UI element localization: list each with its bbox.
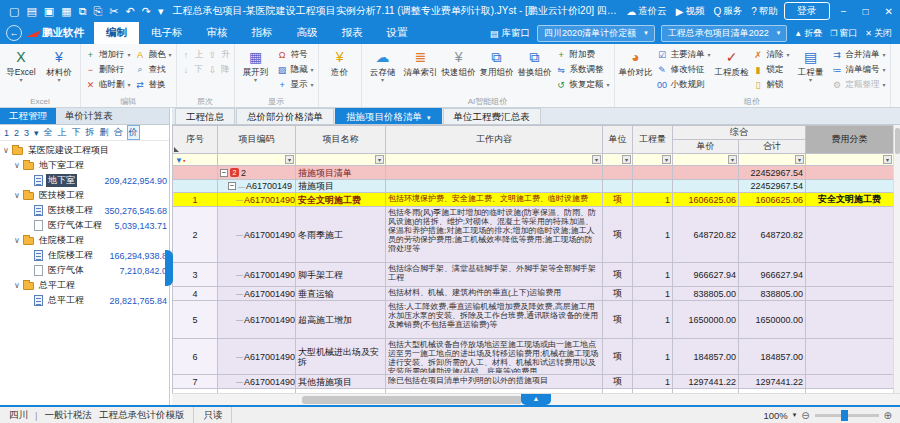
cell-work-content[interactable]: 包括综合脚手架、满堂基础脚手架、外脚手架等全部脚手架工程 [386, 263, 603, 287]
horizontal-scrollbar[interactable]: ▲ [172, 393, 900, 405]
cell-total[interactable]: 22452967.54 [739, 180, 806, 193]
tree-item[interactable]: ∨某医院建设工程项目 [0, 143, 169, 158]
ribbon-tab-报表[interactable]: 报表 [330, 22, 375, 44]
clear-button[interactable]: ✗清除▾ [753, 48, 790, 61]
column-header-content[interactable]: 工作内容 [386, 126, 603, 154]
cell-unit[interactable]: 项 [603, 193, 633, 207]
filter-cell-content[interactable]: ▾ [386, 154, 603, 166]
cell-unit-price[interactable]: 838805.00 [673, 287, 739, 301]
cell-total[interactable]: 184857.00 [739, 339, 806, 375]
ribbon-tab-指标[interactable]: 指标 [240, 22, 285, 44]
cell-name[interactable]: 冬雨季施工 [296, 207, 386, 263]
tree-item[interactable]: 总平工程28,821,765.84 [0, 293, 169, 308]
tree-item[interactable]: ∨地下室工程 [0, 158, 169, 173]
cell-fee-category[interactable] [806, 339, 894, 375]
filter-cell-name[interactable]: ▾ [296, 154, 386, 166]
chevron-down-icon[interactable]: ∨ [14, 161, 23, 170]
cell-quantity[interactable]: 1 [633, 375, 673, 389]
filter-cell-sn[interactable]: ▼▪ [173, 154, 218, 166]
zoom-level[interactable]: 100% [763, 410, 787, 421]
add-row-button[interactable]: +增加行▾ [85, 48, 131, 61]
cell-sn[interactable]: 7 [173, 375, 218, 389]
cell-quantity[interactable]: 1 [633, 207, 673, 263]
tree-tool-▾[interactable]: ▾ [33, 128, 40, 138]
cell-quantity[interactable] [633, 180, 673, 193]
find-button[interactable]: ⌕查找 [135, 63, 172, 76]
cell-fee-category[interactable] [806, 301, 894, 339]
move-up-button[interactable]: ↑上 [181, 48, 204, 61]
panel-tab-工程管理[interactable]: 工程管理 [0, 108, 56, 124]
sheet-tab-措施项目价格清单[interactable]: 措施项目价格清单▾ [335, 108, 442, 124]
cell-fee-category[interactable]: 安全文明施工费 [806, 193, 894, 207]
filter-cell-code[interactable]: ▾ [218, 154, 296, 166]
tree-item[interactable]: 住院楼工程166,294,938.8 [0, 248, 169, 263]
cell-quantity[interactable]: 1 [633, 287, 673, 301]
cell-code[interactable]: —A617001490401 [218, 287, 296, 301]
filter-dropdown-icon[interactable]: ▾ [883, 155, 892, 164]
column-header-qty[interactable]: 工程量 [633, 126, 673, 154]
filter-cell-unit[interactable]: ▾ [603, 154, 633, 166]
chevron-down-icon[interactable]: ∨ [14, 236, 23, 245]
color-button[interactable]: A颜色▾ [135, 48, 172, 61]
library-dropdown-2[interactable]: 工程总承包项目清单2022▾ [661, 25, 788, 42]
column-header-code[interactable]: 项目编码 [218, 126, 296, 154]
cell-unit[interactable] [603, 180, 633, 193]
ribbon-tab-设置[interactable]: 设置 [375, 22, 420, 44]
cell-work-content[interactable]: 包括:人工降效费,垂直运输机械增加费及降效费,高层施工用水加压水泵的安装、拆除及… [386, 301, 603, 339]
cell-quantity[interactable] [633, 166, 673, 180]
table-row[interactable]: 2—A617001490201冬雨季施工包括冬雨(风)季施工时增加的临时设施(防… [173, 207, 894, 263]
tree-item[interactable]: ∨总平工程 [0, 278, 169, 293]
library-window-button[interactable]: ▤ 库窗口 [490, 27, 530, 40]
cost-cloud-link[interactable]: ☁造价云 [626, 5, 667, 18]
cell-unit[interactable]: 项 [603, 263, 633, 287]
save-as-icon[interactable]: ▦ [61, 1, 71, 21]
ribbon-tab-电子标[interactable]: 电子标 [139, 22, 195, 44]
tree-tool-1[interactable]: 1 [3, 128, 10, 138]
cell-unit[interactable]: 项 [603, 339, 633, 375]
cell-unit[interactable]: 项 [603, 301, 633, 339]
cell-fee-category[interactable] [806, 166, 894, 180]
quota-organize-button[interactable]: ⚙定额整理▾ [832, 78, 886, 91]
cell-name[interactable]: 垂直运输 [296, 287, 386, 301]
cell-code[interactable]: −—A61700149 [218, 180, 296, 193]
cell-name[interactable]: 大型机械进出场及安拆 [296, 339, 386, 375]
tree-tool-价[interactable]: 价 [127, 125, 140, 140]
promote-button[interactable]: ⇧升 [207, 48, 230, 61]
lock-button[interactable]: ▮锁定 [753, 63, 790, 76]
filter-cell-price[interactable]: ▾ [673, 154, 739, 166]
cell-sn[interactable] [173, 180, 218, 193]
cell-total[interactable]: 1297441.22 [739, 375, 806, 389]
cut-icon[interactable]: ✂ [109, 1, 118, 21]
reuse-pricing-button[interactable]: ⧉复用组价 [478, 45, 516, 96]
vertical-scrollbar-thumb[interactable] [895, 128, 900, 154]
cell-code[interactable]: —A617001490301 [218, 263, 296, 287]
cell-unit[interactable]: 项 [603, 287, 633, 301]
cell-fee-category[interactable] [806, 263, 894, 287]
decimal-rule-button[interactable]: 00小数规则 [657, 78, 711, 91]
zoom-in-icon[interactable]: ⊕ [884, 410, 892, 421]
horizontal-scrollbar-thumb[interactable] [302, 396, 522, 404]
cell-fee-category[interactable] [806, 180, 894, 193]
vertical-scrollbar[interactable] [893, 125, 900, 393]
coefficient-adjust-button[interactable]: ⇋系数调整 [556, 63, 610, 76]
tree-tool-删[interactable]: 删 [99, 126, 110, 139]
quick-pricing-button[interactable]: ¥快速组价 [440, 45, 478, 96]
cell-total[interactable]: 838805.00 [739, 287, 806, 301]
cell-sn[interactable]: 5 [173, 301, 218, 339]
replace-pricing-button[interactable]: ⧉替换组价 [516, 45, 554, 96]
unit-price-compare-button[interactable]: ◕单价对比 [617, 45, 655, 96]
panel-splitter-handle[interactable] [165, 250, 173, 286]
cell-quantity[interactable]: 1 [633, 263, 673, 287]
app-brand[interactable]: 鹏业软件 [26, 22, 94, 44]
cell-unit[interactable]: 项 [603, 207, 633, 263]
copy-icon[interactable]: ⧉ [79, 1, 87, 21]
move-down-button[interactable]: ↓下 [181, 63, 204, 76]
cost-check-button[interactable]: ¥造价 [321, 45, 359, 96]
tree-tool-3[interactable]: 3 [23, 128, 30, 138]
redo-icon[interactable]: ↷ [142, 1, 151, 21]
filter-dropdown-icon[interactable]: ▾ [795, 155, 804, 164]
cell-unit-price[interactable]: 1606625.06 [673, 193, 739, 207]
chevron-down-icon[interactable]: ∨ [14, 191, 23, 200]
filter-funnel-icon[interactable]: ▼▪ [175, 156, 185, 165]
cell-code[interactable]: −22 [218, 166, 296, 180]
